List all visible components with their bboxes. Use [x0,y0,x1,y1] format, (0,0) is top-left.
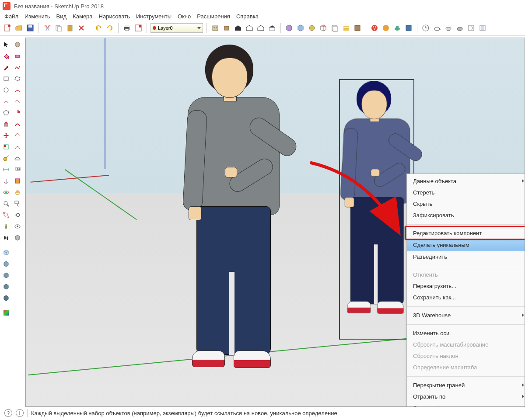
frame-box-icon[interactable] [478,23,487,33]
zoom-icon[interactable] [1,198,11,209]
clock-icon[interactable] [421,23,430,33]
model-person-main[interactable] [183,45,284,385]
context-menu-item[interactable]: Разъединить [407,251,525,263]
context-menu-item[interactable]: Перезагрузить... [407,281,525,292]
redo-icon[interactable] [105,23,115,33]
context-menu-item[interactable]: Сгладить/смягчить края [407,403,525,407]
warehouse-building-icon[interactable] [210,23,220,33]
dimension-icon[interactable] [1,164,11,175]
stack-icon[interactable] [341,23,351,33]
teapot-1-icon[interactable] [432,23,442,33]
follow-me-icon[interactable] [12,119,23,129]
context-menu-item[interactable]: Изменить оси [407,328,525,339]
front-view-icon[interactable] [1,259,11,269]
arc-2pt-icon[interactable] [1,96,11,107]
menu-window[interactable]: Окно [178,13,191,20]
pages-icon[interactable] [330,23,340,33]
print-icon[interactable] [122,23,132,33]
pencil-icon[interactable] [1,62,11,73]
bottom-view-icon[interactable] [1,293,11,303]
freehand-icon[interactable] [12,62,23,73]
undo-icon[interactable] [94,23,103,33]
layer-dropdown[interactable]: Layer0 [150,23,203,33]
orbit-icon[interactable] [1,187,11,198]
eraser-icon[interactable] [12,51,23,61]
cube-purple-icon[interactable] [284,23,294,33]
pan-icon[interactable] [12,187,23,198]
back-view-icon[interactable] [1,270,11,281]
zoom-extents-icon[interactable] [1,210,11,220]
house-outline-icon[interactable] [256,23,266,33]
rect-rotated-icon[interactable] [12,73,23,84]
axes-icon[interactable] [1,176,11,186]
select-tool-icon[interactable] [1,39,11,50]
house-frame-icon[interactable] [245,23,254,33]
help-icon[interactable]: ? [4,409,12,417]
text-icon[interactable]: A1 [12,164,23,175]
pie-icon[interactable] [12,108,23,118]
rotate-icon[interactable] [12,130,23,141]
settings-box-icon[interactable] [466,23,476,33]
house-roof-icon[interactable] [267,23,277,33]
menu-tools[interactable]: Инструменты [136,13,172,20]
look-around-icon[interactable] [12,221,23,232]
warehouse-box-icon[interactable] [222,23,231,33]
paste-icon[interactable] [65,23,75,33]
info-icon[interactable]: i [16,409,24,417]
menu-extensions[interactable]: Расширения [197,13,230,20]
iso-view-icon[interactable] [1,247,11,258]
context-menu-item[interactable]: Сохранить как... [407,292,525,303]
vray-render-icon[interactable] [404,23,413,33]
prev-view-icon[interactable] [12,210,23,220]
section-icon[interactable] [12,176,23,186]
teapot-3-icon[interactable] [455,23,465,33]
styles-gradient-icon[interactable] [1,308,11,318]
polygon-icon[interactable] [1,108,11,118]
cut-icon[interactable]: ✂️ [42,23,52,33]
move-icon[interactable] [1,130,11,141]
context-menu-item[interactable]: Зафиксировать [407,210,525,221]
teapot-2-icon[interactable] [444,23,453,33]
cube-blue-icon[interactable] [296,23,305,33]
walk-icon[interactable] [1,233,11,243]
menu-help[interactable]: Справка [236,13,259,20]
new-icon[interactable] [3,23,12,33]
book-icon[interactable] [353,23,362,33]
vray-teapot-icon[interactable] [392,23,402,33]
top-view-icon[interactable] [1,281,11,292]
shadows-icon[interactable] [12,233,23,243]
house-solid-icon[interactable] [233,23,243,33]
protractor-icon[interactable] [12,153,23,163]
rectangle-icon[interactable] [1,73,11,84]
push-pull-icon[interactable] [1,119,11,129]
context-menu-item[interactable]: 3D Warehouse [407,310,525,321]
context-menu-item[interactable]: Перекрытие граней [407,380,525,391]
cube-multi-icon[interactable] [318,23,328,33]
viewport[interactable]: Данные объектаСтеретьСкрытьЗафиксировать… [25,38,525,407]
sphere-icon[interactable] [307,23,317,33]
context-menu-item[interactable]: Отразить по [407,391,525,403]
menu-draw[interactable]: Нарисовать [99,13,130,20]
menu-camera[interactable]: Камера [73,13,92,20]
save-icon[interactable] [25,23,35,33]
vray-orange-icon[interactable] [381,23,391,33]
circle-icon[interactable] [1,85,11,95]
copy-icon[interactable] [54,23,63,33]
context-menu-item[interactable]: Данные объекта [407,176,525,187]
arc-icon[interactable] [12,85,23,95]
model-info-icon[interactable] [133,23,143,33]
3dbox-icon[interactable] [12,39,23,50]
menu-edit[interactable]: Изменить [24,13,50,20]
position-camera-icon[interactable] [1,221,11,232]
context-menu-item[interactable]: Скрыть [407,198,525,210]
zoom-window-icon[interactable] [12,198,23,209]
scale-icon[interactable] [1,142,11,152]
vray-red-icon[interactable]: V [370,23,379,33]
arc-3pt-icon[interactable] [12,96,23,107]
offset-icon[interactable] [12,142,23,152]
menu-file[interactable]: Файл [4,13,18,20]
menu-view[interactable]: Вид [56,13,67,20]
paint-bucket-icon[interactable] [1,51,11,61]
tape-icon[interactable] [1,153,11,163]
delete-icon[interactable] [77,23,86,33]
